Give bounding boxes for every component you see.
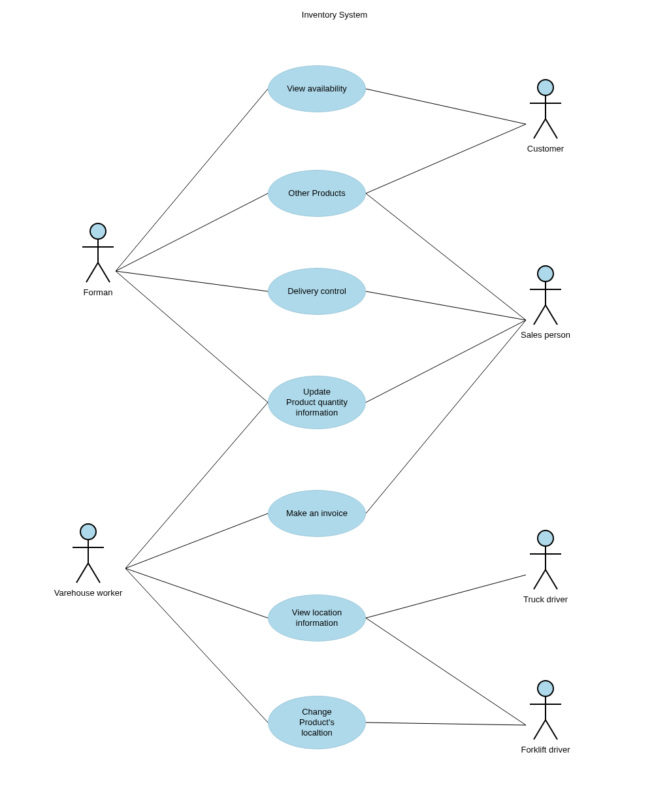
actor-customer: Customer: [506, 78, 585, 154]
svg-line-13: [366, 320, 526, 513]
usecase-update-product-qty: UpdateProduct quantityinformation: [268, 376, 366, 429]
person-icon: [527, 265, 564, 327]
person-icon: [527, 78, 564, 141]
svg-line-11: [366, 291, 526, 320]
svg-line-35: [534, 305, 546, 325]
actor-forklift-driver: Forklift driver: [506, 679, 585, 755]
svg-line-15: [366, 618, 526, 725]
svg-line-7: [125, 568, 268, 723]
usecase-make-invoice-label: Make an invoice: [286, 508, 348, 519]
svg-line-16: [366, 723, 526, 725]
svg-line-36: [546, 305, 557, 325]
svg-line-45: [534, 720, 546, 739]
actor-truck-driver-label: Truck driver: [506, 594, 585, 604]
svg-line-20: [86, 263, 98, 282]
svg-line-9: [366, 124, 526, 193]
svg-line-10: [366, 193, 526, 320]
usecase-view-location: View locationinformation: [268, 594, 366, 641]
svg-line-25: [76, 563, 88, 583]
svg-line-41: [546, 570, 557, 589]
svg-line-6: [125, 568, 268, 618]
usecase-other-products: Other Products: [268, 170, 366, 217]
svg-point-22: [80, 524, 96, 540]
svg-line-40: [534, 570, 546, 589]
svg-line-0: [116, 89, 268, 271]
usecase-view-location-label: View locationinformation: [292, 608, 342, 629]
svg-line-31: [546, 119, 557, 138]
svg-line-4: [125, 402, 268, 568]
svg-line-46: [546, 720, 557, 739]
usecase-delivery-control: Delivery control: [268, 268, 366, 315]
svg-line-12: [366, 320, 526, 402]
person-icon: [527, 529, 564, 592]
usecase-delivery-control-label: Delivery control: [287, 286, 346, 297]
svg-point-27: [538, 80, 553, 95]
svg-line-30: [534, 119, 546, 138]
actor-varehouse-worker: Varehouse worker: [49, 523, 127, 598]
usecase-update-product-qty-label: UpdateProduct quantityinformation: [286, 387, 348, 419]
usecase-change-location: ChangeProduct'slocaltion: [268, 696, 366, 749]
usecase-make-invoice: Make an invoice: [268, 490, 366, 537]
actor-varehouse-worker-label: Varehouse worker: [49, 588, 127, 598]
svg-line-14: [366, 575, 526, 618]
actor-sales-person: Sales person: [506, 265, 585, 340]
svg-point-32: [538, 266, 553, 282]
svg-line-26: [88, 563, 100, 583]
person-icon: [80, 222, 116, 285]
actor-truck-driver: Truck driver: [506, 529, 585, 604]
actor-forman: Forman: [59, 222, 137, 297]
svg-line-3: [116, 271, 268, 402]
svg-line-8: [366, 89, 526, 124]
svg-line-5: [125, 513, 268, 568]
svg-line-2: [116, 271, 268, 291]
usecase-view-availability: View availability: [268, 65, 366, 112]
actor-customer-label: Customer: [506, 144, 585, 154]
usecase-other-products-label: Other Products: [288, 188, 345, 199]
person-icon: [527, 679, 564, 742]
person-icon: [70, 523, 106, 585]
svg-point-17: [90, 223, 106, 239]
svg-line-21: [98, 263, 110, 282]
usecase-change-location-label: ChangeProduct'slocaltion: [299, 707, 334, 739]
svg-line-1: [116, 193, 268, 271]
actor-forman-label: Forman: [59, 287, 137, 297]
actor-forklift-driver-label: Forklift driver: [506, 745, 585, 755]
svg-point-42: [538, 681, 553, 696]
diagram-title: Inventory System: [0, 10, 669, 20]
svg-point-37: [538, 530, 553, 546]
actor-sales-person-label: Sales person: [506, 330, 585, 340]
usecase-view-availability-label: View availability: [287, 84, 347, 94]
